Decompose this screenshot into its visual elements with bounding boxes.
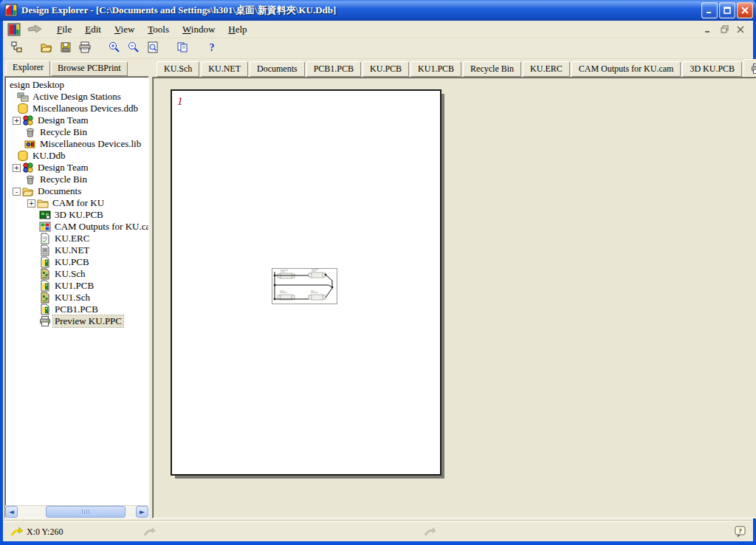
document-tab-label: Recycle Bin [470,64,514,75]
print-button[interactable] [75,40,94,58]
save-document-icon [60,41,72,56]
menu-item-help[interactable]: Help [221,22,253,37]
close-button[interactable] [737,2,753,18]
tree-item-label: CAM for KU [51,197,106,209]
tree-item-design-team[interactable]: +Design Team [5,162,148,174]
menu-item-window[interactable]: Window [176,22,221,37]
tree-item-cam-for-ku[interactable]: +CAM for KU [5,197,148,209]
panel-tab-explorer[interactable]: Explorer [6,61,50,76]
tree-item-documents[interactable]: -Documents [5,185,148,197]
document-tab-recycle-bin[interactable]: Recycle Bin [463,61,521,77]
tree-item-ku-erc[interactable]: KU.ERC [5,233,148,244]
tree-item-pcb1-pcb[interactable]: PCB1.PCB [5,304,148,315]
svg-text:?: ? [738,527,742,535]
tree-item-miscellaneous-devices-lib[interactable]: Miscellaneous Devices.lib [5,138,148,150]
maximize-button[interactable] [719,2,735,18]
help-button[interactable]: ? [202,40,221,58]
zoom-in-button[interactable] [105,40,124,58]
minimize-button[interactable] [701,2,718,18]
document-tab-ku-pcb[interactable]: KU.PCB [362,61,409,77]
mdi-minimize-button[interactable] [701,24,715,35]
document-tab-documents[interactable]: Documents [250,61,305,77]
tree-item-label: KU.PCB [53,256,91,268]
tree-item-label: KU1.PCB [53,280,95,292]
tree-horizontal-scrollbar[interactable]: ◄ ► [5,505,148,518]
scrollbar-track[interactable] [18,506,136,518]
zoom-out-button[interactable] [124,40,143,58]
status-bar: X:0 Y:260 ? [3,521,753,541]
panel-tab-browse-pcbprint[interactable]: Browse PCBPrint [51,61,128,76]
explorer-panel: ExplorerBrowse PCBPrint esign DesktopAct… [4,61,149,518]
document-tab-3d-ku-pcb[interactable]: 3D KU.PCB [682,61,742,77]
design-tree: esign DesktopActive Design StationsMisce… [5,77,148,505]
document-tab-cam-outputs-for-ku-cam[interactable]: CAM Outputs for KU.cam [571,61,681,77]
library-icon [24,138,36,150]
tree-item-ku-pcb[interactable]: KU.PCB [5,256,148,268]
document-tab-preview-ku-ppc[interactable]: Preview KU.PPC [743,59,756,77]
tree-item-label: KU.Ddb [31,150,66,162]
tree-item-recycle-bin[interactable]: Recycle Bin [5,174,148,185]
pcb-board-preview-drawing [271,265,339,307]
tree-item-design-team[interactable]: +Design Team [5,114,148,126]
tree-item-esign-desktop[interactable]: esign Desktop [5,79,148,91]
folder-closed-icon [37,197,49,209]
database-icon [17,150,29,162]
menu-item-file[interactable]: File [50,22,78,37]
menu-logo-icon[interactable] [7,23,21,36]
document-arrow-icon[interactable] [25,23,44,36]
help-icon: ? [206,41,218,56]
tree-item-ku-sch[interactable]: KU.Sch [5,268,148,280]
database-icon [17,103,29,114]
document-tab-label: KU.NET [208,64,241,75]
zoom-document-button[interactable] [143,40,162,58]
scroll-right-button[interactable]: ► [136,506,148,518]
design-tree-box: esign DesktopActive Design StationsMisce… [4,76,149,518]
collapse-icon[interactable]: - [13,188,21,196]
tree-item-preview-ku-ppc[interactable]: Preview KU.PPC [5,315,148,327]
document-tab-ku-erc[interactable]: KU.ERC [523,61,570,77]
tree-item-label: Miscellaneous Devices.ddb [31,103,140,114]
tree-item-recycle-bin[interactable]: Recycle Bin [5,126,148,138]
tree-item-miscellaneous-devices-ddb[interactable]: Miscellaneous Devices.ddb [5,103,148,114]
help-balloon-icon[interactable]: ? [735,526,746,538]
document-tab-ku-sch[interactable]: KU.Sch [157,61,199,77]
mdi-restore-button[interactable] [718,24,731,35]
tree-item-label: Documents [36,185,83,197]
window-title: Design Explorer - [C:\Documents and Sett… [21,4,701,17]
scrollbar-thumb[interactable] [46,506,126,518]
expand-icon[interactable]: + [13,117,21,125]
expand-icon[interactable]: + [27,199,35,208]
tree-item-ku1-sch[interactable]: KU1.Sch [5,292,148,304]
document-tab-ku-net[interactable]: KU.NET [201,61,248,77]
tree-item-label: KU.NET [53,244,91,256]
document-panel: KU.SchKU.NETDocumentsPCB1.PCBKU.PCBKU1.P… [152,61,756,518]
tree-item-cam-outputs-for-ku-cam[interactable]: CAM Outputs for KU.cam [5,221,148,233]
status-arrow-gray-icon [424,527,437,537]
copy-button[interactable] [173,40,192,58]
menu-item-edit[interactable]: Edit [78,22,108,37]
design-team-icon [22,162,34,174]
tree-item-ku-net[interactable]: KU.NET [5,244,148,256]
save-document-button[interactable] [56,40,75,58]
document-tab-label: PCB1.PCB [314,64,354,75]
page-number: 1 [177,95,183,108]
tree-item-active-design-stations[interactable]: Active Design Stations [5,91,148,103]
print-preview-area[interactable]: 1 [152,77,756,518]
menu-item-view[interactable]: View [108,22,141,37]
open-document-button[interactable] [37,40,56,58]
tree-item-3d-ku-pcb[interactable]: 3D KU.PCB [5,209,148,221]
mdi-close-button[interactable] [734,24,747,35]
panels-toggle-button[interactable] [7,40,27,58]
document-tab-pcb1-pcb[interactable]: PCB1.PCB [306,61,361,77]
tree-item-label: KU.ERC [53,233,91,244]
scroll-left-button[interactable]: ◄ [5,506,18,518]
menu-item-tools[interactable]: Tools [141,22,176,37]
document-tab-label: KU.Sch [164,64,192,75]
tree-item-label: Design Team [36,114,90,126]
status-arrow-gray-icon [143,527,157,537]
document-tab-label: CAM Outputs for KU.cam [579,64,674,75]
tree-item-ku-ddb[interactable]: KU.Ddb [5,150,148,162]
tree-item-ku1-pcb[interactable]: KU1.PCB [5,280,148,292]
expand-icon[interactable]: + [13,164,21,172]
document-tab-ku1-pcb[interactable]: KU1.PCB [410,61,461,77]
